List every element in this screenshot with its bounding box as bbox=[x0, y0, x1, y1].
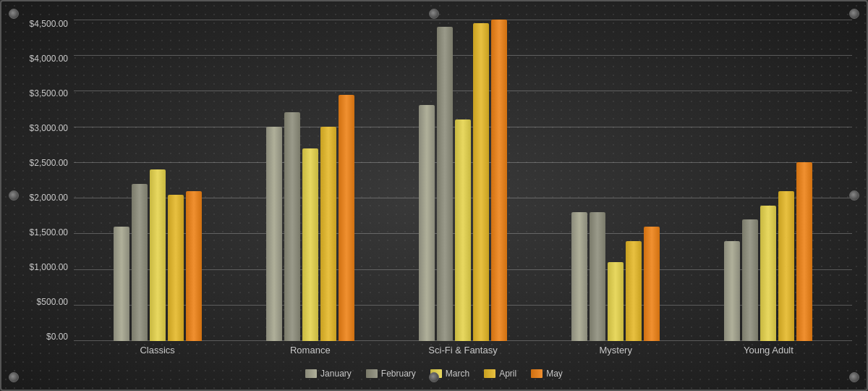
y-label: $2,000.00 bbox=[16, 193, 68, 202]
bar-january-classics bbox=[114, 227, 129, 341]
y-label: $500.00 bbox=[16, 298, 68, 306]
legend-label-february: February bbox=[381, 369, 416, 379]
bar-march-mystery bbox=[608, 262, 624, 341]
bar-march-romance bbox=[302, 148, 318, 341]
bar-february-sci-fi-&-fantasy bbox=[437, 27, 453, 341]
category-group bbox=[540, 20, 692, 341]
bar-march-classics bbox=[150, 169, 166, 341]
screw-bottom-right bbox=[849, 372, 859, 382]
x-label: Young Adult bbox=[692, 345, 845, 363]
bar-january-romance bbox=[266, 127, 282, 341]
x-label: Mystery bbox=[540, 345, 692, 363]
bar-february-classics bbox=[132, 184, 148, 341]
bar-may-mystery bbox=[644, 227, 660, 341]
legend-label-may: May bbox=[546, 369, 563, 379]
y-label: $3,000.00 bbox=[16, 124, 68, 133]
y-label: $1,000.00 bbox=[16, 263, 68, 272]
legend-label-january: January bbox=[320, 369, 352, 379]
category-group bbox=[81, 20, 234, 341]
screw-bottom-left bbox=[9, 372, 19, 382]
legend-item-january: January bbox=[305, 369, 352, 379]
y-label: $2,500.00 bbox=[16, 159, 68, 167]
bar-march-young-adult bbox=[760, 206, 776, 341]
legend-item-may: May bbox=[531, 369, 563, 379]
y-axis: $4,500.00$4,000.00$3,500.00$3,000.00$2,5… bbox=[16, 20, 74, 363]
bar-april-romance bbox=[320, 127, 336, 341]
y-label: $3,500.00 bbox=[16, 89, 68, 98]
legend-label-april: April bbox=[499, 369, 516, 379]
bar-february-romance bbox=[284, 112, 300, 341]
x-labels: ClassicsRomanceSci-Fi & FantasyMysteryYo… bbox=[74, 341, 852, 363]
bar-may-young-adult bbox=[796, 162, 812, 341]
bar-january-young-adult bbox=[724, 241, 740, 341]
legend-label-march: March bbox=[446, 369, 469, 379]
bar-march-sci-fi-&-fantasy bbox=[455, 119, 471, 341]
x-label: Sci-Fi & Fantasy bbox=[386, 345, 539, 363]
category-group bbox=[692, 20, 845, 341]
bar-april-young-adult bbox=[778, 191, 794, 341]
bar-january-mystery bbox=[571, 212, 587, 341]
chart-container: $4,500.00$4,000.00$3,500.00$3,000.00$2,5… bbox=[0, 0, 868, 391]
y-label: $0.00 bbox=[16, 332, 68, 341]
bar-february-mystery bbox=[590, 212, 605, 341]
y-label: $4,500.00 bbox=[16, 20, 68, 28]
legend-item-february: February bbox=[366, 369, 416, 379]
bar-january-sci-fi-&-fantasy bbox=[419, 105, 435, 341]
bar-may-sci-fi-&-fantasy bbox=[491, 20, 507, 341]
legend-item-april: April bbox=[484, 369, 516, 379]
grid-and-bars bbox=[74, 20, 852, 341]
bar-april-sci-fi-&-fantasy bbox=[473, 23, 489, 341]
y-label: $4,000.00 bbox=[16, 54, 68, 63]
category-group bbox=[386, 20, 539, 341]
screw-middle-left bbox=[9, 190, 19, 201]
chart-inner: $4,500.00$4,000.00$3,500.00$3,000.00$2,5… bbox=[1, 1, 867, 390]
legend-swatch-january bbox=[305, 369, 317, 378]
screw-top-middle bbox=[429, 9, 439, 19]
bar-may-romance bbox=[339, 95, 354, 341]
legend-swatch-may bbox=[531, 369, 542, 378]
screw-top-right bbox=[849, 9, 859, 19]
screw-top-left bbox=[9, 9, 19, 19]
bars-container bbox=[74, 20, 852, 341]
legend-swatch-february bbox=[366, 369, 378, 378]
bar-april-mystery bbox=[626, 241, 642, 341]
screw-bottom-middle bbox=[429, 372, 439, 382]
x-label: Classics bbox=[81, 345, 234, 363]
bar-february-young-adult bbox=[742, 219, 758, 341]
x-label: Romance bbox=[234, 345, 386, 363]
bar-may-classics bbox=[186, 191, 202, 341]
chart-plot: ClassicsRomanceSci-Fi & FantasyMysteryYo… bbox=[74, 20, 852, 363]
chart-area: $4,500.00$4,000.00$3,500.00$3,000.00$2,5… bbox=[16, 20, 852, 363]
legend-swatch-april bbox=[484, 369, 495, 378]
screw-middle-right bbox=[849, 190, 859, 201]
bar-april-classics bbox=[168, 195, 184, 341]
category-group bbox=[234, 20, 386, 341]
y-label: $1,500.00 bbox=[16, 228, 68, 237]
